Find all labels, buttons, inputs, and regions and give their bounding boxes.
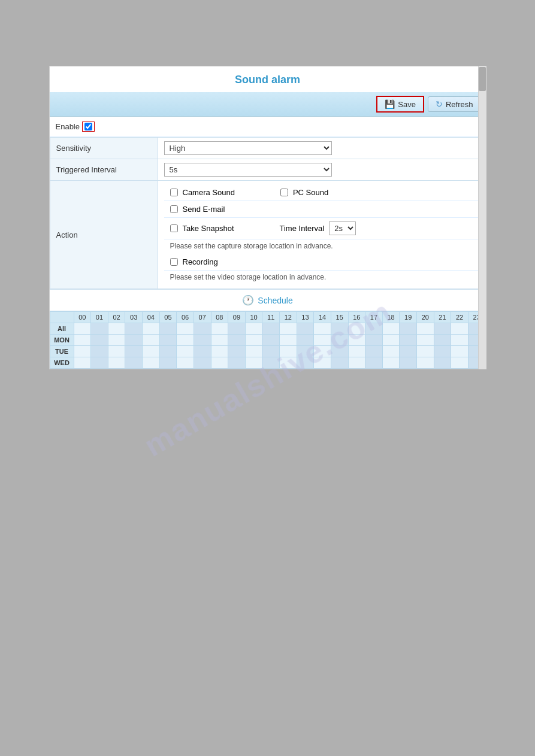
schedule-cell-mon-9[interactable] xyxy=(228,335,246,346)
schedule-cell-wed-1[interactable] xyxy=(91,357,108,369)
schedule-cell-tue-8[interactable] xyxy=(211,346,228,357)
schedule-cell-wed-4[interactable] xyxy=(143,357,160,369)
schedule-cell-mon-15[interactable] xyxy=(331,335,348,346)
schedule-cell-all-15[interactable] xyxy=(331,323,348,335)
schedule-cell-all-2[interactable] xyxy=(108,323,125,335)
schedule-cell-mon-17[interactable] xyxy=(365,335,383,346)
schedule-cell-tue-16[interactable] xyxy=(348,346,365,357)
schedule-cell-tue-1[interactable] xyxy=(91,346,108,357)
schedule-cell-all-0[interactable] xyxy=(74,323,91,335)
schedule-cell-all-13[interactable] xyxy=(297,323,314,335)
schedule-cell-all-12[interactable] xyxy=(280,323,297,335)
schedule-cell-tue-0[interactable] xyxy=(74,346,91,357)
schedule-cell-tue-17[interactable] xyxy=(365,346,383,357)
schedule-cell-mon-21[interactable] xyxy=(434,335,451,346)
schedule-cell-tue-12[interactable] xyxy=(280,346,297,357)
schedule-cell-tue-3[interactable] xyxy=(125,346,143,357)
schedule-cell-tue-10[interactable] xyxy=(245,346,262,357)
schedule-cell-wed-22[interactable] xyxy=(451,357,468,369)
sensitivity-select[interactable]: High Medium Low xyxy=(164,141,332,155)
schedule-cell-mon-8[interactable] xyxy=(211,335,228,346)
time-interval-select[interactable]: 2s 1s 3s 5s xyxy=(329,221,356,235)
schedule-cell-wed-20[interactable] xyxy=(417,357,434,369)
schedule-cell-all-11[interactable] xyxy=(262,323,280,335)
triggered-interval-select[interactable]: 5s 1s 2s 3s 4s 10s 15s 30s 60s xyxy=(164,163,332,177)
schedule-cell-all-16[interactable] xyxy=(348,323,365,335)
schedule-cell-wed-19[interactable] xyxy=(400,357,417,369)
schedule-cell-all-7[interactable] xyxy=(194,323,211,335)
schedule-cell-wed-18[interactable] xyxy=(382,357,400,369)
schedule-cell-all-1[interactable] xyxy=(91,323,108,335)
schedule-cell-tue-15[interactable] xyxy=(331,346,348,357)
schedule-cell-wed-6[interactable] xyxy=(177,357,194,369)
send-email-checkbox[interactable] xyxy=(170,205,178,213)
schedule-cell-all-20[interactable] xyxy=(417,323,434,335)
schedule-cell-mon-20[interactable] xyxy=(417,335,434,346)
schedule-cell-all-9[interactable] xyxy=(228,323,246,335)
schedule-cell-all-4[interactable] xyxy=(143,323,160,335)
schedule-cell-tue-13[interactable] xyxy=(297,346,314,357)
schedule-cell-tue-20[interactable] xyxy=(417,346,434,357)
schedule-cell-tue-5[interactable] xyxy=(159,346,177,357)
scrollbar[interactable] xyxy=(478,66,486,369)
schedule-cell-mon-6[interactable] xyxy=(177,335,194,346)
schedule-cell-mon-1[interactable] xyxy=(91,335,108,346)
schedule-cell-wed-11[interactable] xyxy=(262,357,280,369)
schedule-cell-mon-18[interactable] xyxy=(382,335,400,346)
schedule-cell-wed-5[interactable] xyxy=(159,357,177,369)
schedule-cell-tue-14[interactable] xyxy=(314,346,331,357)
schedule-cell-wed-9[interactable] xyxy=(228,357,246,369)
schedule-cell-all-10[interactable] xyxy=(245,323,262,335)
schedule-cell-wed-16[interactable] xyxy=(348,357,365,369)
recording-checkbox[interactable] xyxy=(170,258,178,266)
schedule-cell-wed-14[interactable] xyxy=(314,357,331,369)
schedule-cell-mon-5[interactable] xyxy=(159,335,177,346)
refresh-button[interactable]: ↻ Refresh xyxy=(428,96,481,112)
schedule-cell-all-18[interactable] xyxy=(382,323,400,335)
camera-sound-checkbox[interactable] xyxy=(170,189,178,196)
schedule-cell-wed-12[interactable] xyxy=(280,357,297,369)
schedule-row-label-all[interactable]: All xyxy=(50,323,74,335)
schedule-cell-tue-22[interactable] xyxy=(451,346,468,357)
schedule-cell-mon-13[interactable] xyxy=(297,335,314,346)
schedule-cell-mon-12[interactable] xyxy=(280,335,297,346)
schedule-cell-all-19[interactable] xyxy=(400,323,417,335)
schedule-cell-tue-21[interactable] xyxy=(434,346,451,357)
enable-checkbox[interactable] xyxy=(84,123,92,130)
schedule-cell-all-3[interactable] xyxy=(125,323,143,335)
schedule-cell-all-5[interactable] xyxy=(159,323,177,335)
schedule-cell-all-14[interactable] xyxy=(314,323,331,335)
schedule-cell-mon-10[interactable] xyxy=(245,335,262,346)
schedule-cell-tue-19[interactable] xyxy=(400,346,417,357)
scrollbar-thumb[interactable] xyxy=(479,67,486,91)
schedule-cell-all-17[interactable] xyxy=(365,323,383,335)
schedule-cell-mon-14[interactable] xyxy=(314,335,331,346)
schedule-cell-wed-8[interactable] xyxy=(211,357,228,369)
schedule-cell-wed-2[interactable] xyxy=(108,357,125,369)
schedule-cell-mon-11[interactable] xyxy=(262,335,280,346)
schedule-cell-mon-3[interactable] xyxy=(125,335,143,346)
pc-sound-checkbox[interactable] xyxy=(280,189,288,196)
schedule-cell-tue-4[interactable] xyxy=(143,346,160,357)
schedule-cell-wed-21[interactable] xyxy=(434,357,451,369)
schedule-cell-mon-16[interactable] xyxy=(348,335,365,346)
schedule-cell-tue-18[interactable] xyxy=(382,346,400,357)
schedule-cell-wed-15[interactable] xyxy=(331,357,348,369)
schedule-cell-mon-2[interactable] xyxy=(108,335,125,346)
schedule-cell-tue-9[interactable] xyxy=(228,346,246,357)
take-snapshot-checkbox[interactable] xyxy=(170,224,178,232)
schedule-cell-all-8[interactable] xyxy=(211,323,228,335)
schedule-cell-mon-4[interactable] xyxy=(143,335,160,346)
schedule-cell-wed-7[interactable] xyxy=(194,357,211,369)
schedule-cell-all-21[interactable] xyxy=(434,323,451,335)
schedule-cell-wed-17[interactable] xyxy=(365,357,383,369)
schedule-cell-mon-19[interactable] xyxy=(400,335,417,346)
schedule-cell-wed-10[interactable] xyxy=(245,357,262,369)
schedule-cell-mon-0[interactable] xyxy=(74,335,91,346)
schedule-cell-wed-13[interactable] xyxy=(297,357,314,369)
schedule-cell-mon-22[interactable] xyxy=(451,335,468,346)
schedule-cell-wed-0[interactable] xyxy=(74,357,91,369)
schedule-cell-tue-6[interactable] xyxy=(177,346,194,357)
schedule-cell-all-6[interactable] xyxy=(177,323,194,335)
schedule-cell-tue-11[interactable] xyxy=(262,346,280,357)
